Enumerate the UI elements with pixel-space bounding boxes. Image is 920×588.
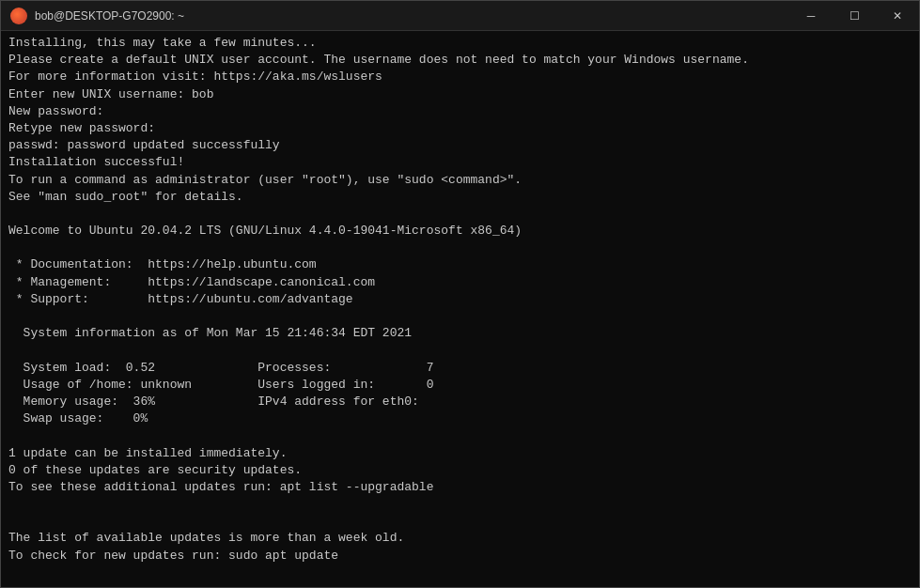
terminal-line: See "man sudo_root" for details. [8,189,912,206]
terminal-line: New password: [8,103,912,120]
terminal-line [8,308,912,325]
terminal-line [8,206,912,223]
terminal-line: Installation successful! [8,154,912,171]
terminal-body[interactable]: Installing, this may take a few minutes.… [1,31,919,587]
titlebar: bob@DESKTOP-G7O2900: ~ ─ ☐ ✕ [1,1,919,31]
terminal-line: 0 of these updates are security updates. [8,462,912,479]
terminal-line [8,342,912,359]
terminal-line [8,496,912,513]
terminal-line: Please create a default UNIX user accoun… [8,52,912,69]
close-button[interactable]: ✕ [876,1,919,31]
terminal-window: bob@DESKTOP-G7O2900: ~ ─ ☐ ✕ Installing,… [0,0,920,588]
terminal-line: System load: 0.52 Processes: 7 [8,360,912,377]
terminal-line: The list of available updates is more th… [8,530,912,547]
terminal-line: Memory usage: 36% IPv4 address for eth0: [8,394,912,410]
terminal-line: * Documentation: https://help.ubuntu.com [8,256,912,273]
terminal-line [8,565,912,581]
terminal-line [8,427,912,444]
maximize-button[interactable]: ☐ [833,1,876,31]
terminal-line: Welcome to Ubuntu 20.04.2 LTS (GNU/Linux… [8,223,912,240]
terminal-line: To see these additional updates run: apt… [8,479,912,496]
minimize-button[interactable]: ─ [789,1,833,31]
terminal-line [8,240,912,256]
terminal-line: * Management: https://landscape.canonica… [8,274,912,291]
terminal-line: System information as of Mon Mar 15 21:4… [8,325,912,342]
terminal-line: Retype new password: [8,120,912,137]
terminal-line: Installing, this may take a few minutes.… [8,35,912,52]
terminal-line: Enter new UNIX username: bob [8,86,912,103]
terminal-line: Usage of /home: unknown Users logged in:… [8,377,912,394]
terminal-line: * Support: https://ubuntu.com/advantage [8,291,912,308]
terminal-line: To run a command as administrator (user … [8,172,912,189]
terminal-icon [10,8,27,24]
titlebar-controls: ─ ☐ ✕ [789,1,919,31]
terminal-line: 1 update can be installed immediately. [8,445,912,462]
terminal-line: To check for new updates run: sudo apt u… [8,548,912,565]
terminal-line: passwd: password updated successfully [8,137,912,154]
terminal-line [8,513,912,530]
terminal-line: For more information visit: https://aka.… [8,69,912,85]
terminal-line: Swap usage: 0% [8,410,912,427]
terminal-line [8,581,912,587]
titlebar-title: bob@DESKTOP-G7O2900: ~ [35,9,184,23]
